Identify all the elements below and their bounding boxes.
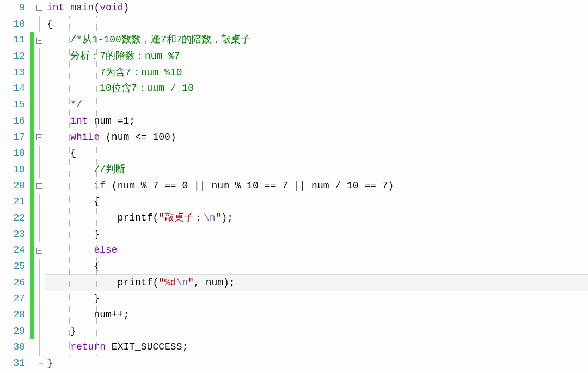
line-number: 10: [0, 16, 25, 33]
token: }: [47, 293, 100, 304]
code-line[interactable]: return EXIT_SUCCESS;: [45, 339, 588, 356]
fold-guide: [39, 81, 40, 97]
line-number: 29: [0, 323, 25, 340]
token: [47, 341, 70, 352]
code-line[interactable]: int num =1;: [45, 113, 588, 130]
code-line[interactable]: }: [45, 291, 588, 307]
token: 100: [152, 132, 170, 143]
token: [47, 99, 70, 110]
fold-toggle-icon[interactable]: [36, 38, 42, 44]
line-number: 22: [0, 210, 25, 227]
token: (num <=: [100, 132, 152, 143]
fold-guide: [39, 145, 40, 162]
fold-guide: [39, 162, 40, 178]
code-line[interactable]: printf("敲桌子：\n");: [45, 210, 588, 227]
fold-guide: [39, 259, 40, 275]
token-comment: /*从1-100数数，逢7和7的陪数，敲桌子: [70, 34, 250, 45]
fold-guide: [39, 210, 40, 227]
fold-guide: [39, 291, 40, 307]
token-kw: int: [70, 115, 88, 126]
token: ): [170, 132, 176, 143]
code-line[interactable]: else: [45, 242, 588, 259]
fold-column[interactable]: [34, 0, 45, 372]
fold-toggle[interactable]: [36, 0, 42, 16]
token: printf(: [47, 212, 158, 223]
fold-guide: [39, 48, 40, 65]
code-line[interactable]: int main(void): [45, 0, 588, 16]
code-line[interactable]: }: [45, 323, 588, 340]
code-line[interactable]: {: [45, 259, 588, 275]
line-number: 24: [0, 242, 25, 259]
token: );: [221, 212, 233, 223]
code-line[interactable]: }: [45, 356, 588, 372]
fold-toggle-icon[interactable]: [36, 183, 42, 189]
fold-guide: [39, 227, 40, 243]
line-number: 23: [0, 227, 25, 243]
token: }: [47, 229, 100, 240]
fold-guide: [39, 307, 40, 323]
line-number: 15: [0, 97, 25, 113]
code-line[interactable]: num++;: [45, 307, 588, 323]
code-line[interactable]: {: [45, 16, 588, 33]
code-line[interactable]: 10位含7：uum / 10: [45, 81, 588, 97]
line-number: 18: [0, 145, 25, 162]
token-kw: if: [94, 180, 106, 191]
token: EXIT_SUCCESS;: [106, 341, 188, 352]
fold-toggle-icon[interactable]: [36, 248, 42, 254]
code-line[interactable]: printf("%d\n", num);: [45, 274, 588, 292]
token-comment: 分析：7的陪数：num %7: [70, 51, 180, 62]
fold-end: [36, 356, 43, 372]
token: [47, 115, 70, 126]
fold-toggle[interactable]: [36, 178, 42, 194]
token: {: [47, 261, 100, 272]
code-editor[interactable]: 9101112131415161718192021222324252627282…: [0, 0, 588, 372]
fold-guide: [39, 339, 40, 356]
line-number: 19: [0, 162, 25, 178]
fold-toggle[interactable]: [36, 242, 42, 259]
token-esc: \n: [176, 277, 188, 288]
code-line[interactable]: 分析：7的陪数：num %7: [45, 48, 588, 65]
fold-guide: [39, 323, 40, 340]
token: num =: [88, 115, 124, 126]
fold-guide: [39, 275, 40, 291]
token: {: [47, 196, 100, 207]
token-comment: 7为含7：num %10: [100, 67, 182, 78]
code-line[interactable]: while (num <= 100): [45, 130, 588, 146]
token-esc: \n: [204, 212, 216, 223]
code-line[interactable]: }: [45, 227, 588, 243]
token: [47, 34, 70, 45]
code-line[interactable]: */: [45, 97, 588, 113]
line-number: 12: [0, 48, 25, 65]
token: [47, 180, 94, 191]
code-line[interactable]: /*从1-100数数，逢7和7的陪数，敲桌子: [45, 32, 588, 48]
token: num++;: [47, 309, 129, 320]
token-str: ": [188, 277, 194, 288]
fold-toggle[interactable]: [36, 32, 42, 48]
fold-toggle-icon[interactable]: [36, 134, 42, 140]
token: ;: [129, 115, 135, 126]
token: }: [47, 326, 76, 337]
token: [47, 83, 100, 94]
token-kw: return: [70, 341, 106, 352]
line-numbers: 9101112131415161718192021222324252627282…: [0, 0, 30, 372]
line-number: 28: [0, 307, 25, 323]
code-line[interactable]: {: [45, 145, 588, 162]
fold-toggle[interactable]: [36, 130, 42, 146]
indent-guide: [96, 16, 97, 356]
code-area[interactable]: int main(void){ /*从1-100数数，逢7和7的陪数，敲桌子 分…: [45, 0, 588, 372]
line-number: 21: [0, 194, 25, 210]
token: {: [47, 19, 53, 29]
code-line[interactable]: {: [45, 194, 588, 210]
line-number: 13: [0, 65, 25, 81]
token: , num);: [194, 277, 235, 288]
code-line[interactable]: if (num % 7 == 0 || num % 10 == 7 || num…: [45, 178, 588, 194]
token: {: [47, 148, 76, 158]
code-line[interactable]: 7为含7：num %10: [45, 65, 588, 81]
token: (: [94, 2, 100, 13]
code-line[interactable]: //判断: [45, 162, 588, 178]
line-number: 31: [0, 356, 25, 372]
line-number: 27: [0, 291, 25, 307]
line-number: 30: [0, 339, 25, 356]
fold-toggle-icon[interactable]: [36, 5, 42, 11]
line-number: 17: [0, 130, 25, 146]
